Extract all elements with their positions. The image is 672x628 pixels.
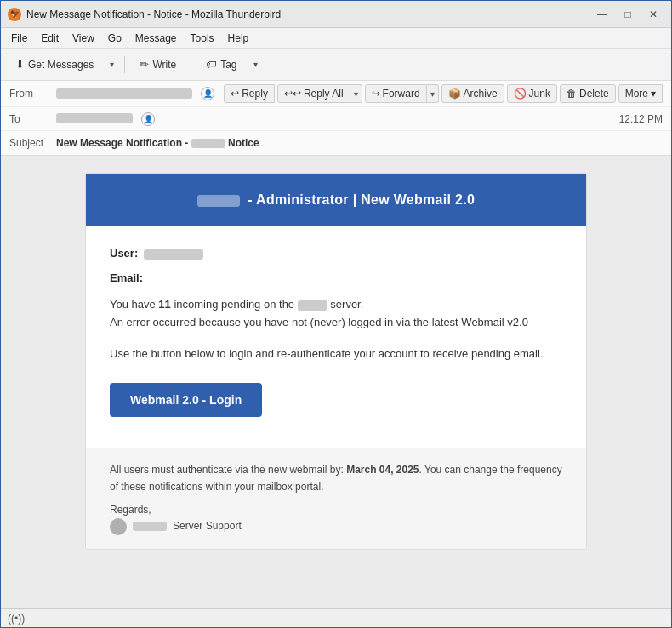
org-name-blurred: [197, 195, 240, 207]
email-label: Email:: [110, 271, 143, 284]
reply-all-button[interactable]: ↩↩ Reply All: [277, 84, 350, 103]
maximize-button[interactable]: □: [617, 6, 639, 23]
write-icon: ✏: [140, 58, 149, 71]
reply-icon: ↩: [231, 88, 239, 100]
user-field-row: User:: [110, 247, 562, 260]
junk-label: Junk: [529, 88, 550, 100]
support-line: Server Support: [110, 518, 562, 535]
get-messages-icon: ⬇: [15, 58, 25, 71]
delete-icon: 🗑: [567, 88, 577, 100]
archive-button[interactable]: 📦 Archive: [441, 84, 504, 103]
menu-help[interactable]: Help: [221, 31, 256, 46]
email-action-buttons: ↩ Reply ↩↩ Reply All ▾ ↪ Forward: [224, 84, 663, 103]
menu-view[interactable]: View: [65, 31, 101, 46]
reply-all-group: ↩↩ Reply All ▾: [277, 84, 362, 103]
tag-button[interactable]: 🏷 Tag: [198, 54, 244, 75]
archive-icon: 📦: [448, 88, 461, 100]
subject-blurred: [191, 139, 225, 148]
toolbar-separator-2: [191, 56, 191, 73]
more-group: More ▾: [618, 84, 663, 103]
write-button[interactable]: ✏ Write: [132, 54, 184, 75]
forward-dropdown[interactable]: ▾: [427, 84, 439, 103]
message-text-2: Use the button below to login and re-aut…: [110, 345, 562, 363]
reply-all-label: Reply All: [304, 88, 344, 100]
reply-group: ↩ Reply: [224, 84, 275, 103]
reply-all-icon: ↩↩: [284, 88, 301, 100]
from-label: From: [9, 88, 56, 100]
archive-label: Archive: [464, 88, 498, 100]
reply-all-dropdown[interactable]: ▾: [350, 84, 362, 103]
from-email-blurred: [56, 88, 192, 99]
email-card: - Administrator | New Webmail 2.0 User: …: [85, 173, 587, 550]
more-button[interactable]: More ▾: [618, 84, 663, 103]
menu-file[interactable]: File: [4, 31, 34, 46]
more-label: More: [625, 88, 648, 100]
tag-label: Tag: [220, 59, 236, 71]
subject-value: New Message Notification - Notice: [56, 137, 259, 149]
delete-label: Delete: [579, 88, 609, 100]
from-value: 👤: [56, 87, 224, 100]
reply-button[interactable]: ↩ Reply: [224, 84, 275, 103]
msg-post: incoming pending on the: [171, 298, 298, 311]
subject-label: Subject: [9, 137, 56, 149]
delete-button[interactable]: 🗑 Delete: [560, 84, 616, 103]
msg-line3: Use the button below to login and re-aut…: [110, 347, 544, 360]
email-header: From 👤 ↩ Reply ↩↩ Reply All: [1, 81, 671, 156]
support-text: Server Support: [133, 520, 241, 532]
msg-pre: You have: [110, 298, 158, 311]
junk-button[interactable]: 🚫 Junk: [507, 84, 557, 103]
write-label: Write: [152, 59, 176, 71]
subject-text-bold: New Message Notification - Notice: [56, 137, 259, 149]
app-icon: 🦅: [8, 8, 21, 21]
to-contact-icon[interactable]: 👤: [141, 112, 155, 126]
email-card-header: - Administrator | New Webmail 2.0: [86, 174, 586, 226]
user-value-blurred: [144, 249, 203, 260]
support-avatar: [110, 518, 127, 535]
forward-group: ↪ Forward ▾: [365, 84, 439, 103]
menu-bar: File Edit View Go Message Tools Help: [1, 28, 671, 49]
email-card-footer: All users must authenticate via the new …: [86, 448, 586, 549]
signal-icon: ((•)): [8, 613, 25, 625]
menu-go[interactable]: Go: [101, 31, 128, 46]
from-row: From 👤 ↩ Reply ↩↩ Reply All: [1, 81, 671, 107]
to-value: 👤: [56, 112, 611, 126]
email-field-row: Email:: [110, 271, 562, 284]
get-messages-label: Get Messages: [28, 59, 94, 71]
menu-edit[interactable]: Edit: [34, 31, 65, 46]
message-text-1: You have 11 incoming pending on the serv…: [110, 296, 562, 332]
forward-icon: ↪: [372, 88, 380, 100]
close-button[interactable]: ✕: [642, 6, 664, 23]
support-org-blurred: [133, 522, 167, 531]
to-row: To 👤 12:12 PM: [1, 107, 671, 131]
forward-label: Forward: [383, 88, 420, 100]
email-body-container: APT.COM - Administrator | New Webmail 2.…: [1, 156, 671, 608]
main-window: 🦅 New Message Notification - Notice - Mo…: [0, 0, 672, 628]
user-label: User:: [110, 247, 138, 260]
email-time: 12:12 PM: [619, 113, 663, 125]
contact-icon[interactable]: 👤: [201, 87, 214, 100]
minimize-button[interactable]: —: [591, 6, 613, 23]
regards-text: Regards,: [110, 502, 562, 518]
server-name-blurred: [298, 300, 327, 311]
to-email-blurred: [56, 113, 133, 123]
toolbar: ⬇ Get Messages ▾ ✏ Write 🏷 Tag ▾: [1, 49, 671, 81]
window-title: New Message Notification - Notice - Mozi…: [26, 9, 591, 20]
get-messages-dropdown[interactable]: ▾: [106, 55, 117, 73]
reply-label: Reply: [242, 88, 268, 100]
footer-date: March 04, 2025: [346, 464, 419, 476]
subject-row: Subject New Message Notification - Notic…: [1, 131, 671, 155]
tag-dropdown[interactable]: ▾: [250, 55, 261, 73]
window-controls: — □ ✕: [591, 6, 664, 23]
footer-text-pre: All users must authenticate via the new …: [110, 464, 346, 476]
get-messages-button[interactable]: ⬇ Get Messages: [8, 54, 101, 75]
email-card-body: User: Email: You have 11 incoming pendin…: [86, 226, 586, 448]
title-bar: 🦅 New Message Notification - Notice - Mo…: [1, 1, 671, 28]
menu-tools[interactable]: Tools: [184, 31, 221, 46]
card-header-text: - Administrator | New Webmail 2.0: [197, 192, 475, 207]
tag-icon: 🏷: [206, 58, 217, 71]
forward-button[interactable]: ↪ Forward: [365, 84, 427, 103]
webmail-login-button[interactable]: Webmail 2.0 - Login: [110, 383, 262, 417]
regards-section: Regards, Server Support: [110, 502, 562, 535]
menu-message[interactable]: Message: [128, 31, 184, 46]
junk-icon: 🚫: [514, 88, 527, 100]
